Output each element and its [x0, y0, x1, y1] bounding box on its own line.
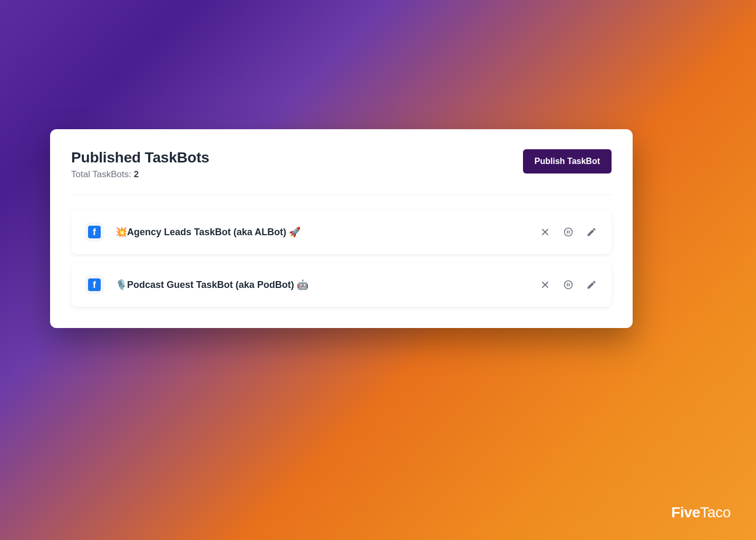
- facebook-icon-glyph: f: [88, 226, 101, 238]
- taskbots-panel: Published TaskBots Total TaskBots: 2 Pub…: [50, 129, 633, 328]
- taskbot-actions: [539, 226, 598, 238]
- page-title: Published TaskBots: [71, 149, 209, 166]
- close-icon[interactable]: [539, 226, 551, 238]
- subtitle-label: Total TaskBots:: [71, 169, 134, 179]
- taskbot-row[interactable]: f 💥Agency Leads TaskBot (aka ALBot) 🚀: [71, 210, 612, 254]
- taskbot-name: 🎙️Podcast Guest TaskBot (aka PodBot) 🤖: [115, 279, 539, 291]
- pause-icon[interactable]: [562, 278, 575, 291]
- publish-taskbot-button[interactable]: Publish TaskBot: [523, 149, 612, 173]
- watermark-bold: Five: [671, 504, 700, 520]
- edit-icon[interactable]: [585, 278, 598, 291]
- watermark-light: Taco: [700, 504, 731, 520]
- facebook-icon: f: [85, 223, 104, 242]
- facebook-icon-glyph: f: [88, 278, 101, 291]
- svg-point-7: [565, 281, 573, 289]
- watermark: FiveTaco: [671, 504, 731, 521]
- close-icon[interactable]: [539, 278, 551, 291]
- header-text-group: Published TaskBots Total TaskBots: 2: [71, 149, 209, 180]
- taskbot-list: f 💥Agency Leads TaskBot (aka ALBot) 🚀: [71, 210, 612, 307]
- taskbot-row[interactable]: f 🎙️Podcast Guest TaskBot (aka PodBot) 🤖: [71, 263, 612, 307]
- pause-icon[interactable]: [562, 226, 575, 238]
- taskbot-count: 2: [134, 169, 139, 179]
- taskbot-name: 💥Agency Leads TaskBot (aka ALBot) 🚀: [115, 226, 539, 238]
- svg-point-2: [565, 228, 573, 236]
- edit-icon[interactable]: [585, 226, 598, 238]
- facebook-icon: f: [85, 275, 104, 294]
- taskbot-actions: [539, 278, 598, 291]
- panel-header: Published TaskBots Total TaskBots: 2 Pub…: [71, 149, 612, 195]
- total-taskbots-label: Total TaskBots: 2: [71, 169, 209, 180]
